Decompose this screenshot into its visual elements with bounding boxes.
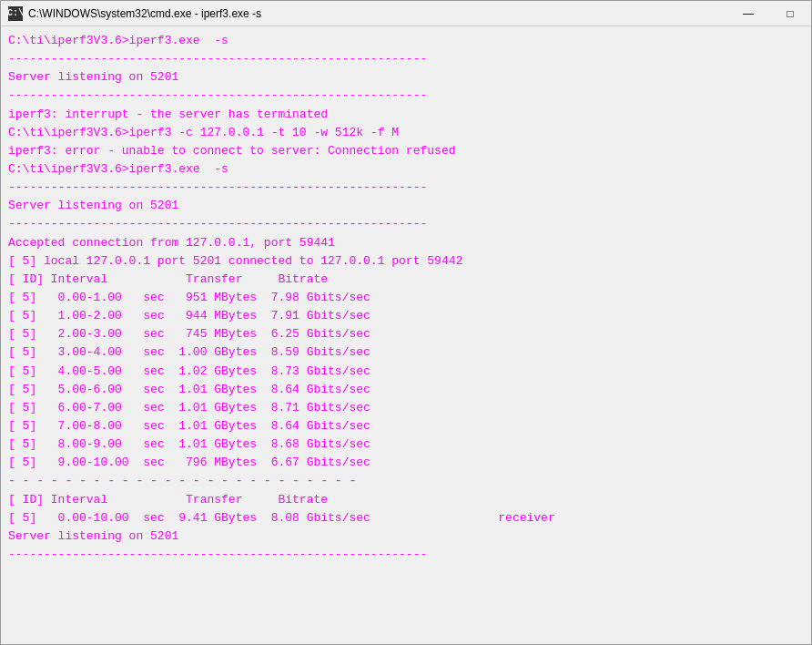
terminal-line: Server listening on 5201: [8, 197, 804, 215]
terminal-line: [ 5] 5.00-6.00 sec 1.01 GBytes 8.64 Gbit…: [8, 381, 804, 399]
terminal-line: Server listening on 5201: [8, 527, 804, 546]
terminal-line: [ 5] 2.00-3.00 sec 745 MBytes 6.25 Gbits…: [8, 325, 804, 343]
terminal-line: Server listening on 5201: [8, 68, 804, 87]
terminal-line: - - - - - - - - - - - - - - - - - - - - …: [8, 472, 804, 490]
terminal-line: [ 5] 0.00-1.00 sec 951 MBytes 7.98 Gbits…: [8, 289, 804, 307]
terminal-line: iperf3: interrupt - the server has termi…: [8, 106, 804, 124]
minimize-button[interactable]: —: [727, 1, 769, 26]
terminal-line: ----------------------------------------…: [8, 87, 804, 105]
terminal-line: [ 5] 8.00-9.00 sec 1.01 GBytes 8.68 Gbit…: [8, 435, 804, 454]
terminal-line: ----------------------------------------…: [8, 50, 804, 68]
window-controls: — □: [727, 1, 811, 26]
cmd-window: C:\ C:\WINDOWS\system32\cmd.exe - iperf3…: [0, 0, 812, 645]
terminal-line: [ ID] Interval Transfer Bitrate: [8, 271, 804, 289]
terminal-line: C:\ti\iperf3V3.6>iperf3.exe -s: [8, 160, 804, 179]
terminal-line: [ 5] 1.00-2.00 sec 944 MBytes 7.91 Gbits…: [8, 307, 804, 325]
terminal-line: [ ID] Interval Transfer Bitrate: [8, 491, 804, 509]
window-title: C:\WINDOWS\system32\cmd.exe - iperf3.exe…: [28, 7, 261, 20]
title-bar: C:\ C:\WINDOWS\system32\cmd.exe - iperf3…: [1, 1, 811, 26]
terminal-line: ----------------------------------------…: [8, 215, 804, 233]
maximize-button[interactable]: □: [769, 1, 811, 26]
terminal-line: C:\ti\iperf3V3.6>iperf3 -c 127.0.0.1 -t …: [8, 124, 804, 142]
window-icon: C:\: [8, 6, 23, 21]
terminal-line: ----------------------------------------…: [8, 179, 804, 197]
terminal-line: iperf3: error - unable to connect to ser…: [8, 142, 804, 160]
terminal-line: [ 5] 9.00-10.00 sec 796 MBytes 6.67 Gbit…: [8, 454, 804, 472]
terminal-line: [ 5] 6.00-7.00 sec 1.01 GBytes 8.71 Gbit…: [8, 399, 804, 417]
terminal-line: [ 5] 0.00-10.00 sec 9.41 GBytes 8.08 Gbi…: [8, 509, 804, 527]
terminal-line: C:\ti\iperf3V3.6>iperf3.exe -s: [8, 32, 804, 50]
terminal-output[interactable]: C:\ti\iperf3V3.6>iperf3.exe -s----------…: [1, 26, 811, 644]
terminal-line: [ 5] 3.00-4.00 sec 1.00 GBytes 8.59 Gbit…: [8, 343, 804, 362]
terminal-line: ----------------------------------------…: [8, 546, 804, 564]
terminal-line: [ 5] 4.00-5.00 sec 1.02 GBytes 8.73 Gbit…: [8, 363, 804, 381]
terminal-line: [ 5] 7.00-8.00 sec 1.01 GBytes 8.64 Gbit…: [8, 417, 804, 435]
terminal-line: [ 5] local 127.0.0.1 port 5201 connected…: [8, 252, 804, 271]
terminal-line: Accepted connection from 127.0.0.1, port…: [8, 234, 804, 252]
